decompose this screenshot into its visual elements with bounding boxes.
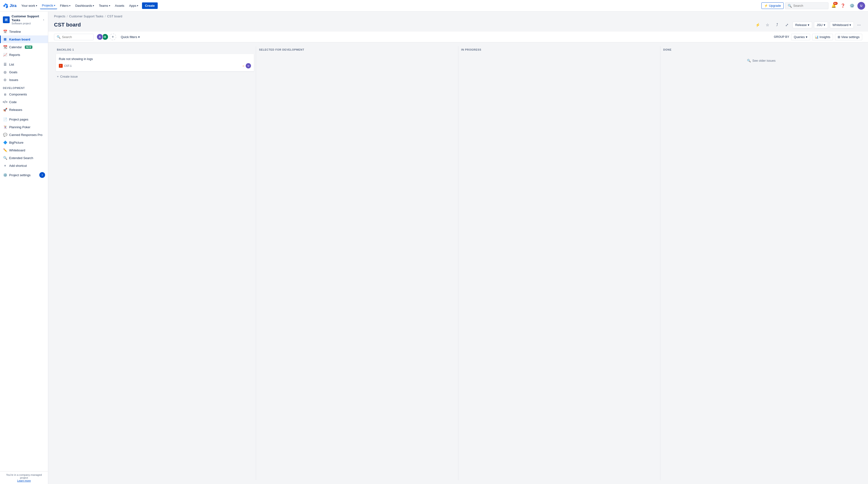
nav-dashboards[interactable]: Dashboards ▾ <box>73 2 96 9</box>
calendar-icon: 📆 <box>3 45 7 49</box>
sidebar-item-bigpicture[interactable]: 🔷 BigPicture <box>0 138 48 146</box>
sidebar-bottom: You're in a company-managed project Lear… <box>0 471 48 484</box>
expand-button[interactable]: ⤢ <box>783 21 790 29</box>
code-icon: </> <box>3 100 7 104</box>
nav-your-work[interactable]: Your work ▾ <box>19 2 39 9</box>
card-assignee-avatar: U <box>246 63 251 68</box>
nav-assets[interactable]: Assets <box>113 2 126 9</box>
user-avatar[interactable]: U <box>858 2 865 10</box>
sidebar-item-code[interactable]: </> Code <box>0 98 48 106</box>
column-header-selected: SELECTED FOR DEVELOPMENT <box>258 46 456 54</box>
board-column-done: DONE 🔍 See older issues <box>660 46 862 480</box>
board-column-backlog: BACKLOG 1 Rule not showing in logs ! CST… <box>54 46 256 480</box>
share-button[interactable]: ⤴ <box>773 21 781 29</box>
queries-dropdown[interactable]: Queries ▾ <box>791 34 810 40</box>
quick-filters-button[interactable]: Quick filters ▾ <box>118 34 143 40</box>
kanban-icon: ⊞ <box>3 37 7 41</box>
bigpicture-icon: 🔷 <box>3 140 7 144</box>
breadcrumb-sep-1: / <box>67 14 68 18</box>
sidebar-item-reports[interactable]: 📈 Reports <box>0 51 48 59</box>
view-icon: ⊞ <box>838 35 840 39</box>
settings-button[interactable]: ⚙️ <box>848 2 856 10</box>
sidebar-collapse-button[interactable]: ‹ <box>42 17 45 23</box>
card-footer: ! CST-1 = U <box>59 63 251 68</box>
sidebar-item-planning-poker[interactable]: 🃏 Planning Poker <box>0 123 48 131</box>
create-button[interactable]: Create <box>142 2 157 9</box>
new-badge: NEW <box>25 45 32 49</box>
breadcrumb-sep-2: / <box>105 14 106 18</box>
upgrade-button[interactable]: ⚡ Upgrade <box>762 2 784 9</box>
whiteboard-dropdown[interactable]: Whiteboard ▾ <box>830 22 854 28</box>
sidebar-item-goals[interactable]: ◎ Goals <box>0 68 48 76</box>
sidebar-item-issues[interactable]: ⊙ Issues <box>0 76 48 84</box>
nav-apps[interactable]: Apps ▾ <box>127 2 140 9</box>
top-navigation: Jira Your work ▾ Projects ▾ Filters ▾ Da… <box>0 0 868 11</box>
board-search-input[interactable] <box>62 35 91 39</box>
jira-logo[interactable]: Jira <box>3 3 17 8</box>
user-avatar-1[interactable]: A <box>96 33 103 40</box>
breadcrumb-current[interactable]: CST board <box>107 14 122 18</box>
search-small-icon: 🔍 <box>747 59 751 62</box>
search-icon: 🔍 <box>57 35 61 39</box>
lightning-action-button[interactable]: ⚡ <box>754 21 762 29</box>
chevron-down-icon: ▾ <box>137 4 138 7</box>
create-issue-button[interactable]: + Create issue <box>56 73 254 80</box>
list-icon: ☰ <box>3 62 7 67</box>
search-input[interactable] <box>793 4 825 7</box>
learn-more-link[interactable]: Learn more <box>17 479 31 482</box>
components-icon: ⧈ <box>3 92 7 96</box>
board-search[interactable]: 🔍 <box>54 34 94 40</box>
sidebar-item-timeline[interactable]: 📅 Timeline <box>0 28 48 35</box>
notifications-button[interactable]: 🔔 9+ <box>830 2 838 10</box>
view-settings-button[interactable]: ⊞ View settings <box>835 34 862 40</box>
issues-icon: ⊙ <box>3 77 7 82</box>
nav-teams[interactable]: Teams ▾ <box>97 2 112 9</box>
sidebar-item-calendar[interactable]: 📆 Calendar NEW <box>0 43 48 51</box>
main-content: Projects / Customer Support Tasks / CST … <box>48 11 868 484</box>
poker-icon: 🃏 <box>3 125 7 129</box>
sidebar-item-extended-search[interactable]: 🔍 Extended Search <box>0 154 48 162</box>
sidebar-item-add-shortcut[interactable]: + Add shortcut <box>0 162 48 169</box>
sidebar-item-list[interactable]: ☰ List <box>0 61 48 68</box>
sidebar-item-canned-responses[interactable]: 💬 Canned Responses Pro <box>0 131 48 138</box>
see-older-issues-button[interactable]: 🔍 See older issues <box>747 59 775 62</box>
sidebar-item-components[interactable]: ⧈ Components <box>0 90 48 98</box>
settings-icon: ⚙️ <box>3 173 7 177</box>
breadcrumb-projects[interactable]: Projects <box>54 14 65 18</box>
reports-icon: 📈 <box>3 53 7 57</box>
jsu-dropdown[interactable]: JSU ▾ <box>814 22 828 28</box>
priority-icon: = <box>243 64 245 68</box>
goals-icon: ◎ <box>3 70 7 74</box>
nav-projects[interactable]: Projects ▾ <box>40 2 57 9</box>
sidebar-item-whiteboard[interactable]: ✏️ Whiteboard <box>0 146 48 154</box>
insights-button[interactable]: 📊 Insights <box>812 34 833 40</box>
issue-key: CST-1 <box>64 64 72 67</box>
more-actions-button[interactable]: ··· <box>856 22 862 28</box>
sidebar-item-releases[interactable]: 🚀 Releases <box>0 106 48 114</box>
project-name: Customer Support Tasks <box>11 14 40 22</box>
search-icon: 🔍 <box>788 4 792 8</box>
release-dropdown[interactable]: Release ▾ <box>793 22 812 28</box>
add-avatar-button[interactable]: + <box>110 33 116 40</box>
sidebar-item-project-settings[interactable]: ⚙️ Project settings <box>0 170 48 180</box>
chevron-down-icon: ▾ <box>109 4 110 7</box>
nav-filters[interactable]: Filters ▾ <box>58 2 72 9</box>
star-button[interactable]: ☆ <box>764 21 771 29</box>
extsearch-icon: 🔍 <box>3 156 7 160</box>
chevron-down-icon: ▾ <box>806 35 807 39</box>
help-button[interactable]: ❓ <box>839 2 847 10</box>
sidebar-item-project-pages[interactable]: 📄 Project pages <box>0 116 48 123</box>
sidebar-item-kanban[interactable]: ⊞ Kanban board <box>0 35 48 43</box>
column-header-done: DONE <box>662 46 860 54</box>
chevron-down-icon: ▾ <box>54 4 55 7</box>
breadcrumb-cst[interactable]: Customer Support Tasks <box>69 14 103 18</box>
project-icon <box>3 17 10 23</box>
global-search[interactable]: 🔍 <box>785 2 829 9</box>
avatar-group: A B + <box>96 33 116 40</box>
logo-text: Jira <box>10 4 17 8</box>
board-card-cst1[interactable]: Rule not showing in logs ! CST-1 = U <box>56 54 254 71</box>
releases-icon: 🚀 <box>3 107 7 112</box>
project-settings-action[interactable] <box>39 172 45 178</box>
toolbar-right: GROUP BY Queries ▾ 📊 Insights ⊞ View set… <box>774 34 863 40</box>
chevron-down-icon: ▾ <box>36 4 37 7</box>
